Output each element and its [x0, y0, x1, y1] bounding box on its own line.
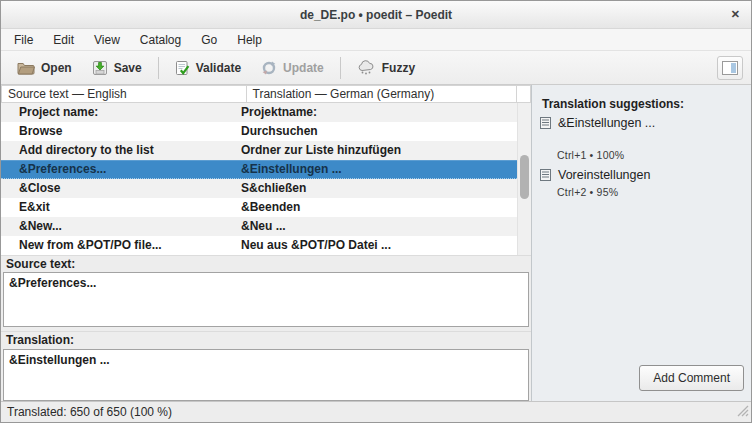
open-button[interactable]: Open [9, 57, 80, 79]
update-button: Update [253, 56, 332, 80]
translation-cell: Projektname: [241, 103, 517, 122]
source-text-box: &Preferences... [3, 272, 529, 327]
list-header: Source text — English Translation — Germ… [1, 85, 531, 103]
table-row[interactable]: Project name: Projektname: [1, 103, 517, 122]
source-text-label: Source text: [1, 255, 531, 272]
suggestions-sidebar: Translation suggestions: &Einstellungen … [532, 85, 751, 401]
suggestion-text: Voreinstellungen [558, 168, 650, 182]
source-cell: &Close [1, 179, 241, 198]
toolbar-separator [158, 57, 159, 79]
menu-file[interactable]: File [4, 30, 43, 50]
sidebar-toggle-button[interactable] [717, 56, 743, 80]
menubar: File Edit View Catalog Go Help [1, 29, 751, 51]
translation-cell: &Einstellungen ... [241, 161, 517, 178]
validate-button[interactable]: Validate [167, 56, 249, 80]
save-button[interactable]: Save [84, 56, 150, 80]
save-button-label: Save [114, 61, 142, 75]
suggestion-shortcut: Ctrl+1 • 100% [557, 149, 624, 161]
table-row-selected[interactable]: &Preferences... &Einstellungen ... [1, 160, 517, 179]
suggestion-item[interactable]: Voreinstellungen [540, 168, 650, 182]
translation-cell: Ordner zur Liste hinzufügen [241, 141, 517, 160]
translation-label: Translation: [1, 331, 531, 349]
close-icon[interactable]: ✕ [731, 8, 740, 21]
header-corner [517, 85, 531, 103]
table-row[interactable]: &New... &Neu ... [1, 217, 517, 236]
statusbar: Translated: 650 of 650 (100 %) [1, 401, 751, 422]
translation-memory-icon [540, 117, 551, 129]
translation-cell: Durchsuchen [241, 122, 517, 141]
update-button-label: Update [283, 61, 324, 75]
table-row[interactable]: New from &POT/PO file... Neu aus &POT/PO… [1, 236, 517, 255]
table-row[interactable]: E&xit &Beenden [1, 198, 517, 217]
table-row[interactable]: &Close S&chließen [1, 179, 517, 198]
translation-cell: &Neu ... [241, 217, 517, 236]
source-cell: Project name: [1, 103, 241, 122]
source-cell: New from &POT/PO file... [1, 236, 241, 255]
suggestion-text: &Einstellungen ... [558, 116, 655, 130]
add-comment-button[interactable]: Add Comment [639, 365, 744, 391]
poedit-window: de_DE.po • poedit – Poedit ✕ File Edit V… [0, 0, 752, 423]
folder-open-icon [17, 61, 35, 75]
menu-catalog[interactable]: Catalog [130, 30, 191, 50]
source-cell: Add directory to the list [1, 141, 241, 160]
menu-help[interactable]: Help [227, 30, 272, 50]
main-area: Source text — English Translation — Germ… [1, 85, 751, 401]
source-cell: &Preferences... [1, 161, 241, 178]
translation-cell: &Beenden [241, 198, 517, 217]
sidebar-panel-icon [722, 61, 738, 75]
table-row[interactable]: Add directory to the list Ordner zur Lis… [1, 141, 517, 160]
validate-icon [175, 60, 190, 76]
scrollbar-thumb[interactable] [520, 155, 529, 199]
suggestions-title: Translation suggestions: [542, 97, 684, 111]
suggestion-item[interactable]: &Einstellungen ... [540, 116, 655, 130]
translation-input[interactable]: &Einstellungen ... [3, 349, 529, 401]
fuzzy-button-label: Fuzzy [382, 61, 415, 75]
suggestion-shortcut: Ctrl+2 • 95% [557, 186, 618, 198]
status-text: Translated: 650 of 650 (100 %) [7, 405, 172, 419]
titlebar: de_DE.po • poedit – Poedit ✕ [1, 1, 751, 29]
open-button-label: Open [41, 61, 72, 75]
window-title: de_DE.po • poedit – Poedit [300, 8, 452, 22]
validate-button-label: Validate [196, 61, 241, 75]
translation-list-panel: Source text — English Translation — Germ… [1, 85, 532, 401]
column-header-source[interactable]: Source text — English [1, 85, 247, 103]
translation-cell: S&chließen [241, 179, 517, 198]
fuzzy-cloud-icon [357, 60, 376, 75]
toolbar-separator [340, 57, 341, 79]
menu-view[interactable]: View [84, 30, 130, 50]
source-cell: Browse [1, 122, 241, 141]
source-cell: &New... [1, 217, 241, 236]
translation-cell: Neu aus &POT/PO Datei ... [241, 236, 517, 255]
menu-edit[interactable]: Edit [43, 30, 84, 50]
menu-go[interactable]: Go [191, 30, 227, 50]
toolbar: Open Save Validate [1, 51, 751, 85]
translation-list: Project name: Projektname: Browse Durchs… [1, 103, 531, 255]
fuzzy-button[interactable]: Fuzzy [349, 56, 423, 79]
save-icon [92, 60, 108, 76]
resize-grip-icon[interactable] [736, 404, 749, 420]
table-row[interactable]: Browse Durchsuchen [1, 122, 517, 141]
update-refresh-icon [261, 60, 277, 76]
translation-memory-icon [540, 169, 551, 181]
column-header-translation[interactable]: Translation — German (Germany) [247, 85, 517, 103]
source-cell: E&xit [1, 198, 241, 217]
vertical-scrollbar[interactable] [517, 103, 531, 255]
